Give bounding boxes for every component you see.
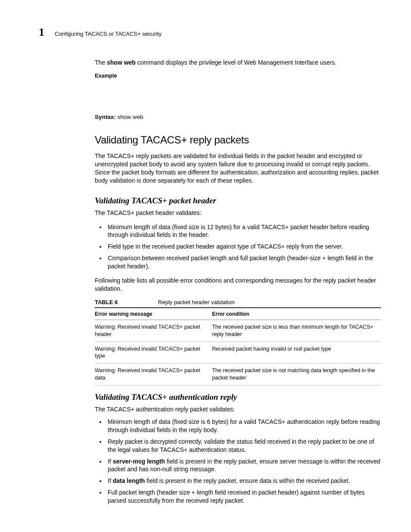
list-item: If server-msg length field is present in… — [106, 457, 381, 474]
table-header: Error condition — [212, 308, 381, 320]
table-row: Warning: Received invalid TACACS+ packet… — [95, 320, 381, 342]
table-cell: The received packet size is less than mi… — [212, 320, 381, 342]
paragraph: Following table lists all possible error… — [95, 277, 381, 293]
table-cell: Warning: Received invalid TACACS+ packet… — [95, 320, 212, 342]
section-paragraph: The TACACS+ reply packets are validated … — [95, 152, 381, 185]
command-name: show web — [107, 59, 136, 66]
error-table: Error warning message Error condition Wa… — [95, 307, 381, 386]
text: The — [95, 59, 107, 66]
section-heading: Validating TACACS+ reply packets — [95, 134, 381, 146]
document-page: 1 Configuring TACACS or TACACS+ security… — [0, 0, 411, 528]
text: command displays the privilege level of … — [136, 59, 336, 66]
bullet-list: Minimum length of data (fixed size is 12… — [95, 223, 381, 271]
list-item: Minimum length of data (fixed size is 12… — [106, 223, 381, 240]
list-item: If data length field is present in the r… — [106, 477, 381, 485]
table-header: Error warning message — [95, 308, 212, 320]
syntax-label: Syntax: — [95, 114, 116, 120]
table-title: Reply packet header validation — [158, 299, 235, 305]
table-cell: The received packet size is not matching… — [212, 364, 381, 386]
breadcrumb: Configuring TACACS or TACACS+ security — [55, 31, 162, 37]
list-item: Reply packet is decrypted correctly, val… — [106, 438, 381, 454]
syntax-value: show web — [116, 114, 143, 120]
table-label: TABLE 6 — [95, 299, 118, 305]
subsection-intro: The TACACS+ authentication reply packet … — [95, 405, 381, 414]
subsection-intro: The TACACS+ packet header validates: — [95, 209, 381, 217]
list-item: Full packet length (header size + length… — [106, 488, 381, 505]
list-item: Comparison between received packet lengt… — [106, 254, 381, 271]
table-cell: Warning: Received invalid TACACS+ packet… — [95, 364, 212, 386]
subsection-heading: Validating TACACS+ packet header — [95, 196, 381, 205]
syntax-line: Syntax: show web — [95, 113, 381, 121]
chapter-number: 1 — [39, 26, 44, 39]
intro-command-line: The show web command displays the privil… — [95, 59, 381, 67]
list-item: Minimum length of data (fixed size is 6 … — [106, 418, 381, 434]
table-caption: TABLE 6 Reply packet header validation — [95, 299, 381, 305]
table-header-row: Error warning message Error condition — [95, 308, 381, 320]
example-label: Example — [95, 73, 381, 79]
table-cell: Received packet having invalid or null p… — [212, 342, 381, 364]
subsection-heading: Validating TACACS+ authentication reply — [95, 392, 381, 402]
list-item: Field type in the received packet header… — [106, 243, 381, 251]
page-content: The show web command displays the privil… — [95, 59, 381, 505]
table-cell: Warning: Received invalid TACACS+ packet… — [95, 342, 212, 364]
bullet-list: Minimum length of data (fixed size is 6 … — [95, 418, 381, 505]
table-row: Warning: Received invalid TACACS+ packet… — [95, 342, 381, 364]
table-row: Warning: Received invalid TACACS+ packet… — [95, 364, 381, 386]
page-header: 1 Configuring TACACS or TACACS+ security — [39, 26, 381, 39]
